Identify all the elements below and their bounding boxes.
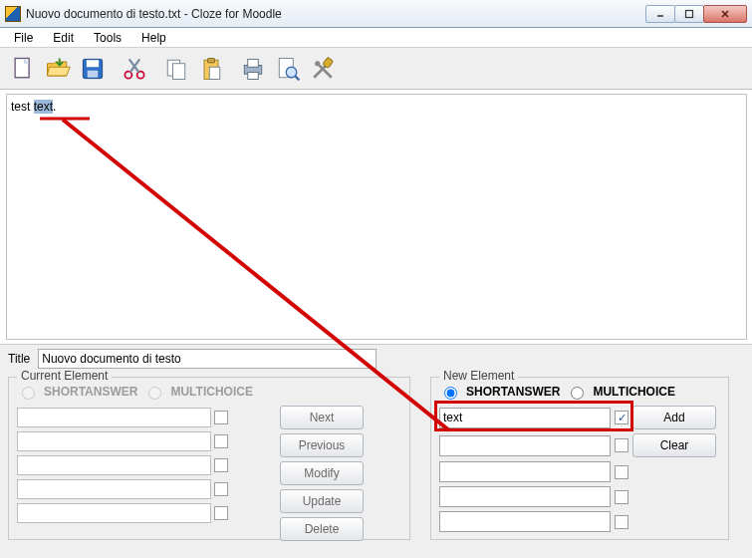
svg-rect-16 bbox=[208, 58, 215, 62]
current-check-3[interactable] bbox=[214, 458, 228, 472]
editor-text-after: . bbox=[53, 100, 56, 114]
current-answer-5[interactable] bbox=[17, 503, 211, 523]
new-check-4[interactable] bbox=[615, 490, 628, 504]
current-check-5[interactable] bbox=[214, 506, 228, 520]
next-button[interactable]: Next bbox=[280, 406, 364, 429]
new-check-3[interactable] bbox=[615, 465, 628, 479]
current-answer-3[interactable] bbox=[17, 455, 211, 475]
modify-button[interactable]: Modify bbox=[280, 461, 364, 485]
new-check-2[interactable] bbox=[615, 438, 628, 452]
new-answer-3[interactable] bbox=[439, 461, 611, 482]
toolbar bbox=[0, 48, 752, 90]
menu-help[interactable]: Help bbox=[133, 29, 174, 47]
save-button[interactable] bbox=[76, 52, 110, 86]
new-shortanswer-radio[interactable] bbox=[444, 387, 457, 400]
current-check-2[interactable] bbox=[214, 434, 228, 448]
current-shortanswer-radio bbox=[22, 387, 35, 400]
new-answer-4[interactable] bbox=[439, 486, 611, 507]
copy-button[interactable] bbox=[159, 52, 193, 86]
editor-text-before: test bbox=[11, 100, 34, 114]
delete-button[interactable]: Delete bbox=[280, 517, 364, 541]
current-shortanswer-label: SHORTANSWER bbox=[44, 385, 137, 399]
titlebar: Nuovo documento di testo.txt - Cloze for… bbox=[0, 0, 752, 28]
new-check-5[interactable] bbox=[615, 515, 628, 529]
current-element-group: Current Element SHORTANSWER MULTICHOICE bbox=[8, 377, 410, 540]
svg-rect-7 bbox=[87, 60, 99, 67]
previous-button[interactable]: Previous bbox=[280, 433, 364, 457]
svg-point-27 bbox=[315, 61, 320, 66]
menubar: File Edit Tools Help bbox=[0, 28, 752, 48]
new-multichoice-radio[interactable] bbox=[571, 387, 584, 400]
title-input[interactable] bbox=[38, 349, 376, 369]
print-button[interactable] bbox=[236, 52, 270, 86]
new-element-group: New Element SHORTANSWER MULTICHOICE Add … bbox=[430, 377, 729, 540]
new-answer-2[interactable] bbox=[439, 435, 611, 456]
new-answer-5[interactable] bbox=[439, 511, 611, 532]
new-first-check[interactable] bbox=[615, 411, 628, 424]
svg-rect-1 bbox=[686, 10, 693, 17]
svg-rect-19 bbox=[248, 59, 259, 67]
current-check-4[interactable] bbox=[214, 482, 228, 496]
current-answer-4[interactable] bbox=[17, 479, 211, 499]
minimize-button[interactable] bbox=[645, 5, 675, 23]
menu-tools[interactable]: Tools bbox=[86, 29, 129, 47]
current-legend: Current Element bbox=[17, 369, 112, 383]
new-multichoice-label: MULTICHOICE bbox=[593, 385, 674, 399]
current-check-1[interactable] bbox=[214, 411, 228, 424]
maximize-button[interactable] bbox=[674, 5, 704, 23]
add-button[interactable]: Add bbox=[632, 406, 716, 429]
new-answer-input[interactable] bbox=[439, 408, 611, 428]
svg-rect-20 bbox=[248, 72, 259, 79]
new-legend: New Element bbox=[439, 369, 518, 383]
current-multichoice-radio bbox=[148, 387, 161, 400]
window-title: Nuovo documento di testo.txt - Cloze for… bbox=[26, 7, 646, 21]
editor-textarea[interactable]: test text. bbox=[6, 94, 747, 340]
editor-text-selected: text bbox=[34, 100, 53, 114]
cut-button[interactable] bbox=[118, 52, 151, 86]
new-shortanswer-label: SHORTANSWER bbox=[466, 385, 560, 399]
close-button[interactable] bbox=[703, 5, 747, 23]
svg-rect-8 bbox=[88, 70, 99, 77]
title-label: Title bbox=[8, 352, 30, 366]
paste-button[interactable] bbox=[194, 52, 228, 86]
svg-rect-14 bbox=[173, 63, 185, 79]
clear-button[interactable]: Clear bbox=[632, 433, 716, 457]
current-answer-1[interactable] bbox=[17, 408, 211, 427]
svg-rect-17 bbox=[209, 67, 220, 79]
open-file-button[interactable] bbox=[41, 52, 75, 86]
svg-line-23 bbox=[295, 76, 299, 80]
menu-file[interactable]: File bbox=[6, 29, 41, 47]
settings-button[interactable] bbox=[306, 52, 340, 86]
menu-edit[interactable]: Edit bbox=[45, 29, 82, 47]
new-file-button[interactable] bbox=[6, 52, 40, 86]
app-icon bbox=[5, 6, 21, 22]
svg-rect-4 bbox=[15, 58, 29, 77]
current-multichoice-label: MULTICHOICE bbox=[170, 385, 252, 399]
current-answer-2[interactable] bbox=[17, 431, 211, 451]
preview-button[interactable] bbox=[271, 52, 305, 86]
update-button[interactable]: Update bbox=[280, 489, 364, 513]
